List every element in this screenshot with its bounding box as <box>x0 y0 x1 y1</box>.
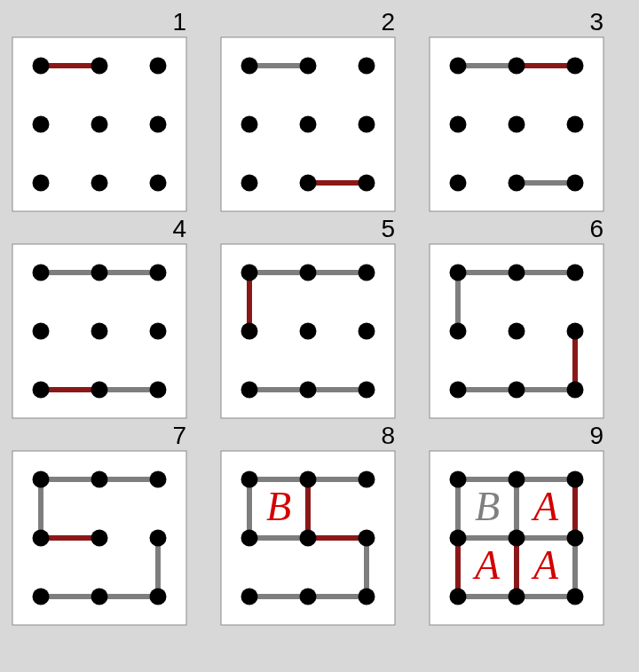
grid-dot <box>150 175 167 192</box>
grid-dot <box>33 116 50 133</box>
grid-dot <box>509 265 525 281</box>
grid-dot <box>509 471 525 488</box>
grid-dot <box>300 530 317 547</box>
grid-dot <box>300 382 317 399</box>
panel-number: 5 <box>381 215 395 242</box>
grid-dot <box>567 265 584 281</box>
grid-dot <box>359 116 375 133</box>
dots-and-boxes-diagram: 12345678B9BAAA <box>0 0 639 672</box>
panel-5: 5 <box>221 215 395 418</box>
grid-dot <box>91 530 108 547</box>
box-owner-label: B <box>266 484 291 529</box>
panel-number: 8 <box>381 422 395 449</box>
grid-dot <box>300 58 317 75</box>
grid-dot <box>509 323 525 340</box>
box-owner-label: A <box>472 542 501 588</box>
grid-dot <box>450 530 467 547</box>
panel-6: 6 <box>430 215 604 418</box>
panel-2: 2 <box>221 8 395 211</box>
grid-dot <box>91 116 108 133</box>
grid-dot <box>33 323 50 340</box>
grid-dot <box>241 58 258 75</box>
grid-dot <box>359 530 375 547</box>
grid-dot <box>150 116 167 133</box>
panel-number: 2 <box>381 8 395 36</box>
panel-4: 4 <box>12 215 186 418</box>
grid-dot <box>509 116 525 133</box>
grid-dot <box>241 589 258 605</box>
grid-dot <box>567 471 584 488</box>
grid-dot <box>450 323 467 340</box>
grid-dot <box>150 589 167 605</box>
grid-dot <box>91 471 108 488</box>
grid-dot <box>241 471 258 488</box>
grid-dot <box>300 175 317 192</box>
grid-dot <box>567 323 584 340</box>
grid-dot <box>567 116 584 133</box>
grid-dot <box>33 58 50 75</box>
panel-number: 7 <box>172 422 186 449</box>
grid-dot <box>91 265 108 281</box>
grid-dot <box>91 382 108 399</box>
grid-dot <box>450 116 467 133</box>
grid-dot <box>300 471 317 488</box>
grid-dot <box>359 382 375 399</box>
panel-number: 6 <box>589 215 604 242</box>
grid-dot <box>450 382 467 399</box>
grid-dot <box>450 58 467 75</box>
box-owner-label: A <box>531 484 559 529</box>
panel-7: 7 <box>12 422 186 625</box>
grid-dot <box>359 323 375 340</box>
grid-dot <box>150 382 167 399</box>
grid-dot <box>150 323 167 340</box>
grid-dot <box>91 323 108 340</box>
grid-dot <box>509 175 525 192</box>
grid-dot <box>450 175 467 192</box>
grid-dot <box>150 58 167 75</box>
grid-dot <box>450 265 467 281</box>
grid-dot <box>509 530 525 547</box>
panel-number: 3 <box>589 8 604 36</box>
grid-dot <box>91 58 108 75</box>
grid-dot <box>33 382 50 399</box>
grid-dot <box>241 116 258 133</box>
grid-dot <box>91 175 108 192</box>
grid-dot <box>359 175 375 192</box>
grid-dot <box>359 58 375 75</box>
grid-dot <box>150 530 167 547</box>
grid-dot <box>150 471 167 488</box>
grid-dot <box>241 382 258 399</box>
grid-dot <box>567 382 584 399</box>
grid-dot <box>300 589 317 605</box>
grid-dot <box>150 265 167 281</box>
box-owner-label: B <box>475 484 500 529</box>
grid-dot <box>359 471 375 488</box>
grid-dot <box>241 175 258 192</box>
panel-9: 9BAAA <box>430 422 604 625</box>
grid-dot <box>241 530 258 547</box>
panel-8: 8B <box>221 422 395 625</box>
grid-dot <box>241 323 258 340</box>
grid-dot <box>241 265 258 281</box>
grid-dot <box>91 589 108 605</box>
grid-dot <box>300 323 317 340</box>
grid-dot <box>509 589 525 605</box>
grid-dot <box>33 589 50 605</box>
grid-dot <box>509 58 525 75</box>
grid-dot <box>300 116 317 133</box>
grid-dot <box>450 471 467 488</box>
grid-dot <box>450 589 467 605</box>
grid-dot <box>567 58 584 75</box>
grid-dot <box>567 175 584 192</box>
grid-dot <box>33 530 50 547</box>
grid-dot <box>567 589 584 605</box>
box-owner-label: A <box>531 542 559 588</box>
panel-number: 4 <box>172 215 186 242</box>
grid-dot <box>33 471 50 488</box>
panel-number: 1 <box>172 8 186 36</box>
grid-dot <box>359 265 375 281</box>
grid-dot <box>567 530 584 547</box>
panel-1: 1 <box>12 8 186 211</box>
grid-dot <box>300 265 317 281</box>
grid-dot <box>359 589 375 605</box>
